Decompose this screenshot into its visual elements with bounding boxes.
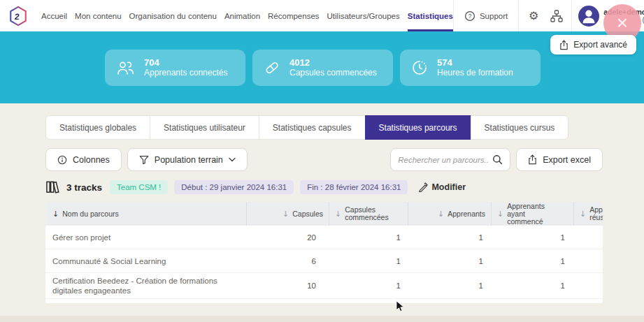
nav-item-animation[interactable]: Animation xyxy=(224,0,260,31)
stat-value: 574 xyxy=(437,57,513,68)
search-box[interactable] xyxy=(390,148,510,171)
table-header: ↓ Nom du parcours ↓ Capsules ↓ Capsules … xyxy=(45,202,603,226)
modifier-button[interactable]: Modifier xyxy=(418,182,466,192)
stat-value: 4012 xyxy=(289,57,377,68)
upload-icon xyxy=(528,154,537,165)
modifier-label: Modifier xyxy=(431,182,466,192)
columns-label: Colonnes xyxy=(73,155,110,165)
stat-label: Apprenants connectés xyxy=(144,68,227,78)
table-footer-padding xyxy=(45,299,603,303)
export-excel-button[interactable]: Export excel xyxy=(516,148,603,171)
track-info-row: 3 tracks Team CSM ! Début : 29 janvier 2… xyxy=(45,180,644,194)
sort-descending-icon[interactable]: ↓ xyxy=(335,210,341,218)
column-header-clipped[interactable]: ↓ Appr réuss xyxy=(573,202,603,226)
filter-icon xyxy=(139,155,149,165)
stat-value: 704 xyxy=(144,57,227,68)
nav-item-recompenses[interactable]: Récompenses xyxy=(268,0,320,31)
info-circle-icon xyxy=(57,155,67,165)
nav-item-accueil[interactable]: Accueil xyxy=(41,0,67,31)
column-label: Apprenants xyxy=(448,210,485,218)
cell-parcours-name: Gérer son projet xyxy=(45,230,246,245)
sort-descending-icon[interactable]: ↓ xyxy=(580,210,586,218)
nav-item-organisation-du-contenu[interactable]: Organisation du contenu xyxy=(129,0,217,31)
column-header-apprenants-ayant-commence[interactable]: ↓ Apprenants ayant commencé xyxy=(491,202,573,226)
cell-capsules: 10 xyxy=(246,278,329,293)
table-row[interactable]: Gérer son projet 20 1 1 1 xyxy=(45,226,603,249)
svg-text:?: ? xyxy=(468,13,471,20)
question-circle-icon: ? xyxy=(464,10,475,22)
cell-apprenants: 1 xyxy=(408,230,491,245)
search-icon[interactable] xyxy=(492,154,503,165)
export-excel-label: Export excel xyxy=(543,155,591,165)
start-date-badge: Début : 29 janvier 2024 16:31 xyxy=(174,180,294,194)
bottom-strip xyxy=(0,316,644,322)
support-button[interactable]: ? Support xyxy=(460,10,512,22)
person-icon xyxy=(578,6,599,27)
nav-divider xyxy=(453,0,454,31)
books-icon xyxy=(45,180,60,194)
column-label: Appr réuss xyxy=(589,206,603,221)
cell-parcours-name: Communauté & Social Learning xyxy=(45,254,246,269)
upload-icon xyxy=(559,40,568,50)
gear-icon[interactable]: ⚙ xyxy=(525,8,542,24)
tab-statistiques-globales[interactable]: Statistiques globales xyxy=(45,115,150,140)
cell-apprenants-commence: 1 xyxy=(491,230,573,245)
cell-capsules-commencees: 1 xyxy=(329,254,408,269)
column-label: Capsules commencées xyxy=(345,206,394,221)
nav-item-utilisateurs-groupes[interactable]: Utilisateurs/Groupes xyxy=(327,0,400,31)
stat-label: Heures de formation xyxy=(437,68,513,78)
beedeez-logo-icon: 2 xyxy=(8,6,28,27)
population-filter-dropdown[interactable]: Population terrain xyxy=(127,148,248,171)
search-input[interactable] xyxy=(398,156,488,164)
cell-apprenants-commence: 1 xyxy=(491,278,573,293)
column-header-nom-du-parcours[interactable]: ↓ Nom du parcours xyxy=(45,202,246,226)
column-header-capsules[interactable]: ↓ Capsules xyxy=(246,202,329,226)
svg-text:2: 2 xyxy=(14,11,20,21)
pencil-icon xyxy=(418,182,428,192)
tab-statistiques-utilisateur[interactable]: Statistiques utilisateur xyxy=(150,115,259,140)
stat-card-apprenants-connectes: 704 Apprenants connectés xyxy=(105,50,245,86)
sort-descending-icon[interactable]: ↓ xyxy=(282,210,289,218)
capsule-icon xyxy=(264,59,280,76)
table-row[interactable]: Certification Beedeez - Création de form… xyxy=(45,273,603,299)
nav-item-statistiques[interactable]: Statistiques xyxy=(408,0,453,31)
stat-cards: 704 Apprenants connectés 4012 Capsules c… xyxy=(105,50,541,86)
stat-card-capsules-commencees: 4012 Capsules commencées xyxy=(252,50,393,86)
sort-descending-icon[interactable]: ↓ xyxy=(497,210,503,218)
clock-icon xyxy=(411,59,428,76)
column-header-apprenants[interactable]: ↓ Apprenants xyxy=(408,202,491,226)
stats-banner: 704 Apprenants connectés 4012 Capsules c… xyxy=(0,31,644,103)
people-icon xyxy=(116,60,135,76)
cell-capsules-commencees: 1 xyxy=(329,230,408,245)
sort-descending-icon[interactable]: ↓ xyxy=(438,210,444,218)
sort-descending-icon[interactable]: ↓ xyxy=(52,210,59,218)
column-header-capsules-commencees[interactable]: ↓ Capsules commencées xyxy=(329,202,408,226)
track-count: 3 tracks xyxy=(66,182,102,193)
org-chart-icon[interactable] xyxy=(548,8,565,24)
cell-capsules-commencees: 1 xyxy=(329,278,408,293)
nav-item-mon-contenu[interactable]: Mon contenu xyxy=(75,0,122,31)
export-avance-label: Export avancé xyxy=(573,40,627,50)
tab-statistiques-capsules[interactable]: Statistiques capsules xyxy=(259,115,366,140)
parcours-table: ↓ Nom du parcours ↓ Capsules ↓ Capsules … xyxy=(45,202,603,303)
column-label: Apprenants ayant commencé xyxy=(507,203,556,226)
cell-apprenants: 1 xyxy=(408,254,491,269)
tab-statistiques-cursus[interactable]: Statistiques cursus xyxy=(471,115,569,140)
beedeez-logo[interactable]: 2 xyxy=(8,6,28,27)
table-row[interactable]: Communauté & Social Learning 6 1 1 1 xyxy=(45,249,603,273)
end-date-badge: Fin : 28 février 2024 16:31 xyxy=(300,180,408,194)
avatar xyxy=(578,6,599,27)
nav-divider xyxy=(571,0,572,31)
population-filter-label: Population terrain xyxy=(155,155,223,165)
tab-statistiques-parcours[interactable]: Statistiques parcours xyxy=(365,115,471,140)
team-badge: Team CSM ! xyxy=(110,180,168,194)
stat-label: Capsules commencées xyxy=(289,68,377,78)
chevron-down-icon xyxy=(229,157,236,162)
statistics-tabs: Statistiques globales Statistiques utili… xyxy=(45,115,568,140)
columns-button[interactable]: Colonnes xyxy=(45,148,122,171)
column-label: Nom du parcours xyxy=(62,210,119,218)
export-avance-button[interactable]: Export avancé xyxy=(550,35,636,54)
column-label: Capsules xyxy=(292,210,323,218)
cell-parcours-name: Certification Beedeez - Création de form… xyxy=(45,273,246,298)
close-icon: × xyxy=(617,12,628,34)
